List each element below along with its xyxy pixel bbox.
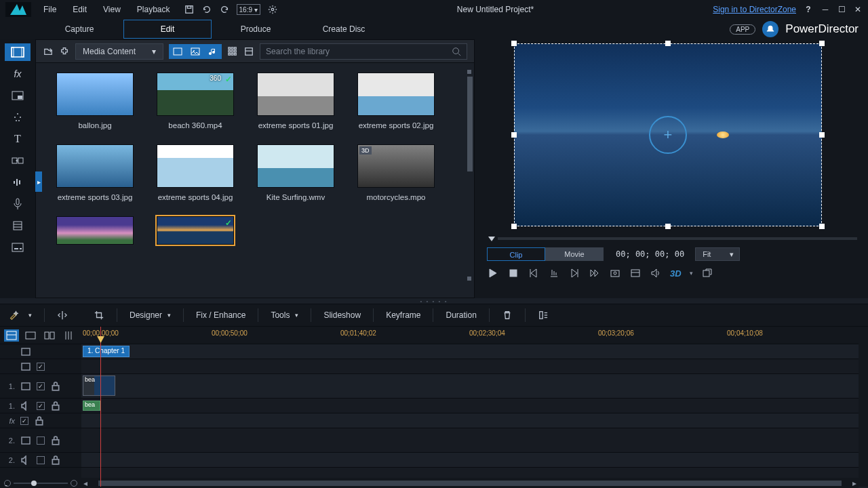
zoom-out-button[interactable]: -: [4, 480, 11, 487]
resize-handle[interactable]: [819, 41, 825, 46]
crop-icon[interactable]: [94, 310, 104, 321]
mode-tab-capture[interactable]: Capture: [35, 20, 123, 39]
library-scrollbar[interactable]: [467, 70, 473, 281]
resize-handle[interactable]: [819, 224, 825, 229]
close-button[interactable]: ✕: [853, 5, 863, 14]
filter-image-icon[interactable]: [186, 44, 204, 59]
track-header-marker[interactable]: ✓: [0, 359, 81, 374]
lock-icon[interactable]: [50, 381, 61, 392]
zoom-slider[interactable]: [31, 481, 37, 486]
resize-handle[interactable]: [511, 224, 517, 229]
library-thumbnail[interactable]: [56, 216, 134, 245]
next-frame-button[interactable]: [568, 267, 580, 279]
mode-tab-produce[interactable]: Produce: [212, 20, 300, 39]
step-back-button[interactable]: [548, 267, 560, 279]
keyframe-button[interactable]: Keyframe: [386, 310, 420, 320]
timeline-hscroll[interactable]: ◂ ▸: [81, 478, 859, 488]
redo-icon[interactable]: [219, 4, 230, 15]
library-thumbnail[interactable]: [257, 144, 334, 188]
preview-scrubber[interactable]: [487, 232, 859, 245]
library-menu-icon[interactable]: [243, 46, 254, 57]
designer-button[interactable]: Designer▾: [130, 310, 171, 320]
save-icon[interactable]: [184, 4, 195, 15]
split-icon[interactable]: [57, 310, 68, 321]
timeline-view-storyboard-icon[interactable]: [23, 329, 38, 342]
timeline-body[interactable]: 00;00;00;0000;00;50;0000;01;40;0200;02;3…: [81, 327, 859, 487]
slideshow-button[interactable]: Slideshow: [323, 310, 361, 320]
library-thumbnail[interactable]: ✓: [157, 216, 234, 245]
preview-timecode[interactable]: 00; 00; 00; 00: [616, 249, 684, 259]
resize-handle[interactable]: [819, 132, 825, 138]
fast-forward-button[interactable]: [589, 267, 601, 279]
zoom-in-button[interactable]: [71, 480, 77, 487]
timeline-collapse-icon[interactable]: [42, 329, 57, 342]
library-thumbnail[interactable]: [56, 144, 134, 188]
app-badge[interactable]: APP: [730, 24, 755, 35]
signin-link[interactable]: Sign in to DirectorZone: [713, 5, 796, 14]
title-room-icon[interactable]: T: [5, 130, 31, 148]
resize-handle[interactable]: [511, 41, 517, 46]
tools-button[interactable]: Tools▾: [271, 310, 298, 320]
audio-clip[interactable]: bea: [83, 401, 100, 411]
notification-bell-icon[interactable]: [762, 21, 778, 37]
library-item[interactable]: 3Dmotorcycles.mpo: [352, 144, 440, 201]
lock-icon[interactable]: [34, 415, 45, 426]
timeline-video-row-2[interactable]: [81, 428, 859, 453]
plugin-icon[interactable]: [59, 46, 70, 57]
media-room-icon[interactable]: [5, 43, 31, 61]
resize-handle[interactable]: [511, 132, 517, 138]
preview-quality-button[interactable]: [629, 267, 642, 279]
prev-frame-button[interactable]: [528, 267, 540, 279]
volume-button[interactable]: [650, 267, 662, 279]
menu-edit[interactable]: Edit: [66, 2, 94, 17]
track-header-audio-1[interactable]: 1.✓: [0, 399, 81, 413]
timeline-vscroll[interactable]: [859, 327, 868, 487]
subtitle-room-icon[interactable]: [5, 239, 31, 256]
video-clip[interactable]: bea: [83, 375, 115, 396]
filter-video-icon[interactable]: [169, 44, 186, 59]
more-actions-icon[interactable]: [538, 310, 549, 321]
timeline-zoom[interactable]: -: [0, 478, 81, 488]
timeline-audio-row-2[interactable]: [81, 453, 859, 468]
clip-mode-button[interactable]: Clip: [487, 247, 545, 261]
lock-icon[interactable]: [50, 435, 61, 446]
filter-audio-icon[interactable]: [204, 44, 222, 59]
3d-button[interactable]: 3D: [670, 268, 682, 279]
timeline-audio-row-1[interactable]: bea: [81, 399, 859, 413]
help-icon[interactable]: ?: [803, 4, 814, 15]
preview-canvas[interactable]: +: [514, 43, 822, 226]
transition-room-icon[interactable]: [5, 152, 31, 169]
scroll-right-icon[interactable]: ▸: [851, 479, 859, 488]
pip-room-icon[interactable]: [5, 87, 31, 104]
scroll-left-icon[interactable]: ◂: [81, 479, 89, 488]
import-icon[interactable]: [43, 46, 54, 57]
timeline-markers-icon[interactable]: [61, 329, 76, 342]
track-header-video-1[interactable]: 1.✓: [0, 374, 81, 399]
chevron-down-icon[interactable]: ▾: [690, 270, 693, 277]
duration-button[interactable]: Duration: [446, 310, 476, 320]
menu-playback[interactable]: Playback: [130, 2, 177, 17]
mode-tab-edit[interactable]: Edit: [123, 20, 212, 39]
timeline-view-track-icon[interactable]: [4, 329, 19, 342]
play-button[interactable]: [487, 267, 499, 279]
magic-fix-icon[interactable]: [8, 310, 19, 321]
timeline-marker-row[interactable]: [81, 359, 859, 374]
zoom-fit-dropdown[interactable]: Fit ▾: [695, 247, 740, 261]
track-header-fx[interactable]: fx✓: [0, 413, 81, 428]
library-item[interactable]: extreme sports 01.jpg: [252, 73, 340, 129]
panel-splitter[interactable]: • • • • •: [0, 298, 868, 304]
lock-icon[interactable]: [50, 401, 61, 411]
resize-handle[interactable]: [665, 224, 671, 229]
library-thumbnail[interactable]: [257, 73, 334, 116]
aspect-ratio-icon[interactable]: 16:9 ▾: [237, 4, 260, 15]
library-thumbnail[interactable]: [56, 73, 134, 116]
timeline-playhead[interactable]: [100, 327, 101, 487]
audio-room-icon[interactable]: [5, 174, 31, 191]
library-thumbnail[interactable]: 360✓: [157, 73, 234, 116]
view-grid-icon[interactable]: [227, 46, 238, 57]
search-input[interactable]: [266, 47, 452, 56]
minimize-button[interactable]: ─: [821, 5, 830, 14]
snapshot-button[interactable]: [609, 267, 621, 279]
library-item[interactable]: Kite Surfing.wmv: [252, 144, 340, 201]
library-item[interactable]: ballon.jpg: [51, 73, 139, 129]
